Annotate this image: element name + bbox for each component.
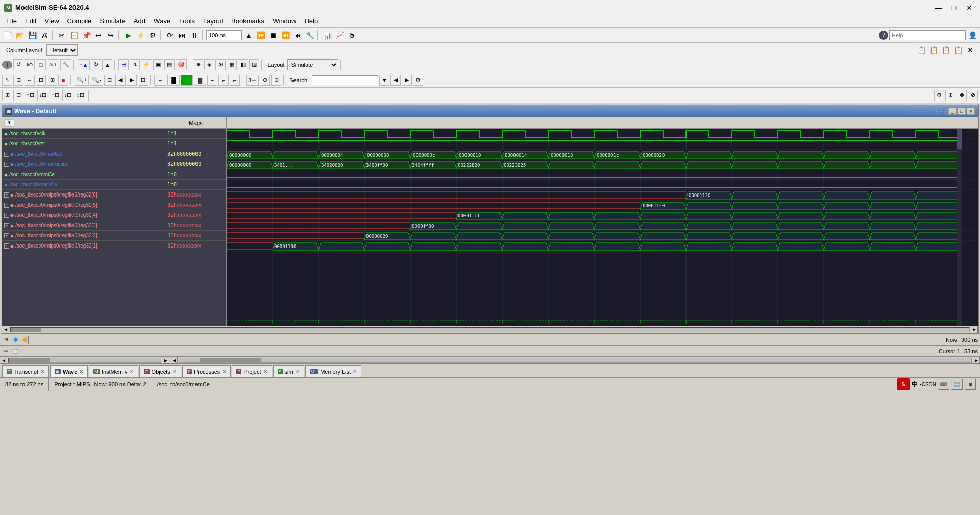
wave-hscroll2-track[interactable] bbox=[179, 358, 972, 363]
search-dropdown[interactable]: ▼ bbox=[379, 75, 389, 86]
right-btn2[interactable]: ⊕ bbox=[945, 90, 955, 101]
status-btn2[interactable]: 🔷 bbox=[11, 336, 19, 344]
sig-hscroll-track[interactable] bbox=[8, 358, 161, 363]
tb2-grp4[interactable]: ▣ bbox=[153, 59, 163, 70]
help-icon-btn[interactable]: ? bbox=[879, 31, 888, 40]
tb2-grp1[interactable]: ⊞ bbox=[118, 59, 129, 70]
menu-view[interactable]: View bbox=[40, 16, 63, 27]
tab-instmem[interactable]: M InstMem.v ✕ bbox=[89, 365, 138, 377]
sig-shape3[interactable]: █ bbox=[181, 75, 193, 86]
nav-btn4[interactable]: ↓⊞ bbox=[37, 90, 49, 101]
tab-project[interactable]: P Project ✕ bbox=[232, 365, 272, 377]
tb2-grp2[interactable]: ↯ bbox=[130, 59, 140, 70]
signal-select-btn[interactable]: ↔ bbox=[24, 75, 35, 86]
tab-transcript-close[interactable]: ✕ bbox=[40, 369, 44, 374]
zoom-in-btn[interactable]: 🔍+ bbox=[75, 75, 89, 86]
break-btn[interactable]: ⏸ bbox=[189, 30, 200, 41]
hscroll-thumb[interactable] bbox=[11, 328, 41, 332]
signal-row-reg3[interactable]: + ◆ /soc_tb/soc0/mips0/regfile0/reg32[3] bbox=[2, 220, 165, 231]
tb2-btn3[interactable]: I/O bbox=[24, 59, 35, 70]
help-input[interactable] bbox=[889, 30, 966, 40]
tb2-sig1[interactable]: ⊕ bbox=[193, 59, 203, 70]
undo-button[interactable]: ↩ bbox=[93, 30, 104, 41]
tb2-add-up[interactable]: ↑▲ bbox=[78, 59, 90, 70]
menu-simulate[interactable]: Simulate bbox=[95, 16, 130, 27]
col-expand-btn[interactable]: ▼ bbox=[4, 119, 14, 127]
col-btn3[interactable]: 📋 bbox=[940, 44, 951, 56]
tb2-sig3[interactable]: ⊛ bbox=[215, 59, 226, 70]
instaddr-expand[interactable]: + bbox=[4, 152, 9, 157]
zoom-full-btn[interactable]: ⊞ bbox=[138, 75, 148, 86]
signal-row-reg1[interactable]: + ◆ /soc_tb/soc0/mips0/regfile0/reg32[1] bbox=[2, 241, 165, 251]
signal-row-clk[interactable]: ◆ /soc_tb/soc0/clk bbox=[2, 129, 165, 139]
menu-file[interactable]: File bbox=[2, 16, 21, 27]
instruction-expand[interactable]: + bbox=[4, 162, 9, 167]
sig-hscroll-right[interactable]: ▶ bbox=[162, 357, 169, 364]
col-btn4[interactable]: 📋 bbox=[952, 44, 964, 56]
tab-project-close[interactable]: ✕ bbox=[263, 369, 267, 374]
run-button[interactable]: ▶ bbox=[122, 30, 134, 41]
select-btn[interactable]: ↖ bbox=[2, 75, 12, 86]
wave-hscroll2-left[interactable]: ◀ bbox=[170, 357, 178, 364]
wave-hscroll2-right[interactable]: ▶ bbox=[973, 357, 980, 364]
tb2-scroll[interactable]: ↻ bbox=[91, 59, 101, 70]
menu-help[interactable]: Help bbox=[300, 16, 322, 27]
reg1-expand[interactable]: + bbox=[4, 243, 9, 249]
sim-btn4[interactable]: 🔧 bbox=[304, 30, 315, 41]
sig-shape6[interactable]: ⌐ bbox=[218, 75, 229, 86]
zoom-out-btn[interactable]: 🔍- bbox=[90, 75, 103, 86]
edge-btn[interactable]: ■ bbox=[58, 75, 68, 86]
zoom-next-btn[interactable]: ▶ bbox=[127, 75, 137, 86]
reg6-expand[interactable]: + bbox=[4, 192, 9, 198]
tab-wave[interactable]: ≋ Wave ✕ bbox=[50, 365, 88, 377]
tb2-grp5[interactable]: ▤ bbox=[164, 59, 175, 70]
signal-row-reg5[interactable]: + ◆ /soc_tb/soc0/mips0/regfile0/reg32[5] bbox=[2, 200, 165, 210]
tb2-sig2[interactable]: ◈ bbox=[204, 59, 214, 70]
tb2-btn6[interactable]: 🔨 bbox=[60, 59, 71, 70]
status-btn1[interactable]: 🖹 bbox=[2, 336, 10, 344]
signal-row-memce[interactable]: ◆ /soc_tb/soc0/memCe bbox=[2, 180, 165, 190]
restart-btn[interactable]: ⟳ bbox=[164, 30, 176, 41]
right-btn1[interactable]: ⚙ bbox=[934, 90, 944, 101]
sim-btn2[interactable]: ⏪ bbox=[280, 30, 291, 41]
tb2-btn5[interactable]: ALL bbox=[47, 59, 59, 70]
tab-sim[interactable]: S sim ✕ bbox=[273, 365, 304, 377]
tb2-btn2[interactable]: ↺ bbox=[13, 59, 23, 70]
cut-button[interactable]: ✂ bbox=[56, 30, 67, 41]
search-input[interactable] bbox=[312, 75, 378, 85]
cursor-btn1[interactable]: 3← bbox=[246, 75, 259, 86]
signal-row-romce[interactable]: ◆ /soc_tb/soc0/romCe bbox=[2, 169, 165, 180]
sig-shape2[interactable]: █ bbox=[167, 75, 180, 86]
sig-shape7[interactable]: ⌐ bbox=[230, 75, 240, 86]
wave-hscroll2-thumb[interactable] bbox=[200, 358, 261, 362]
nav-btn6[interactable]: ↓⊟ bbox=[62, 90, 74, 101]
keyboard-btn[interactable]: ⌨ bbox=[938, 379, 949, 390]
zoom-fit-btn[interactable]: ⊡ bbox=[104, 75, 114, 86]
signal-row-rst[interactable]: ◆ /soc_tb/soc0/rst bbox=[2, 139, 165, 149]
column-layout-select[interactable]: Default bbox=[46, 44, 78, 56]
sim-btn3[interactable]: ⏮ bbox=[292, 30, 303, 41]
select-wave-btn[interactable]: ⊡ bbox=[13, 75, 23, 86]
tb2-btn1[interactable]: I bbox=[2, 61, 12, 69]
cursor-btn3[interactable]: ⊙ bbox=[271, 75, 281, 86]
tab-objects[interactable]: O Objects ✕ bbox=[139, 365, 181, 377]
tab-sim-close[interactable]: ✕ bbox=[296, 369, 300, 374]
tab-wave-close[interactable]: ✕ bbox=[79, 369, 83, 374]
menu-edit[interactable]: Edit bbox=[21, 16, 40, 27]
menu-tools[interactable]: Tools bbox=[175, 16, 199, 27]
input-btn[interactable]: 🔤 bbox=[951, 379, 963, 390]
minimize-button[interactable]: — bbox=[932, 3, 945, 13]
menu-wave[interactable]: Wave bbox=[150, 16, 175, 27]
menu-layout[interactable]: Layout bbox=[199, 16, 227, 27]
tb2-grp6[interactable]: 🎯 bbox=[176, 59, 187, 70]
copy-button[interactable]: 📋 bbox=[68, 30, 80, 41]
help-search-btn[interactable]: 👤 bbox=[967, 30, 978, 41]
wave-btn2[interactable]: 📈 bbox=[334, 30, 345, 41]
hscroll-track[interactable] bbox=[10, 327, 970, 332]
redo-button[interactable]: ↪ bbox=[105, 30, 116, 41]
sig-shape5[interactable]: ⌐ bbox=[207, 75, 217, 86]
hscroll-left[interactable]: ◀ bbox=[2, 326, 9, 333]
wave-maximize-btn[interactable]: □ bbox=[958, 108, 966, 115]
tab-memory-list[interactable]: ML Memory List ✕ bbox=[305, 365, 361, 377]
signal-row-instruction[interactable]: + ◆ /soc_tb/soc0/instruction bbox=[2, 159, 165, 169]
